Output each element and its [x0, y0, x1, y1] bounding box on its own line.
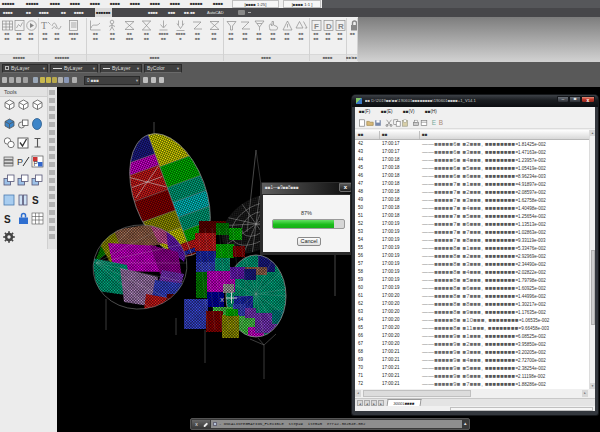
svg-text:S: S: [32, 195, 39, 206]
svg-text:B: B: [439, 119, 443, 126]
svg-text:F: F: [314, 22, 319, 31]
svg-text:D: D: [326, 22, 332, 31]
svg-text:P: P: [17, 157, 23, 167]
svg-text:P: P: [34, 160, 38, 167]
svg-text:E: E: [432, 119, 436, 126]
svg-text:S: S: [4, 214, 11, 225]
svg-text:T: T: [41, 20, 47, 31]
svg-text:R: R: [338, 22, 344, 31]
svg-text:X: X: [220, 297, 224, 303]
